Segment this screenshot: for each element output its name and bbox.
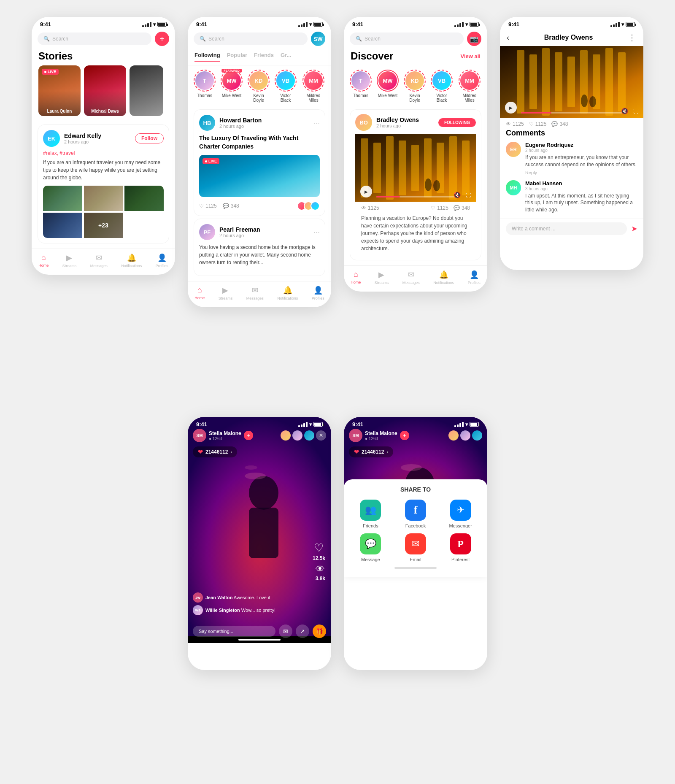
- home-bar-6: [394, 567, 437, 569]
- tab-popular[interactable]: Popular: [227, 52, 247, 62]
- nav-streams-1[interactable]: ▶ Streams: [62, 253, 77, 268]
- pinterest-label: Pinterest: [451, 557, 470, 562]
- story-card-3[interactable]: [130, 65, 163, 116]
- nav-profiles-1[interactable]: 👤 Profiles: [156, 253, 168, 268]
- send-button[interactable]: ➤: [631, 224, 637, 233]
- comment-input[interactable]: Write a comment ...: [506, 222, 627, 235]
- live-close-button[interactable]: ✕: [316, 430, 326, 441]
- post-text-edward: If you are an infrequent traveler you ma…: [43, 159, 164, 181]
- reply-button-1[interactable]: Reply: [525, 170, 637, 175]
- live-add-button-6[interactable]: +: [400, 431, 409, 440]
- likes-stat-4[interactable]: ♡ 1125: [529, 121, 547, 127]
- like-btn-howard[interactable]: ♡ 1125: [199, 203, 217, 209]
- avatar-bradley: BO: [355, 114, 372, 131]
- story-mildredmiles-3[interactable]: MM Mildred Miles: [458, 70, 481, 103]
- story-mildredmiles-2[interactable]: MM Mildred Miles: [302, 70, 325, 103]
- share-pinterest[interactable]: P Pinterest: [440, 533, 481, 562]
- nav-label-notifications-1: Notifications: [121, 264, 142, 268]
- story-kevindoyle-2[interactable]: KD Kevin Doyle: [248, 70, 270, 103]
- like-heart-icon[interactable]: ♡: [314, 541, 324, 554]
- svg-point-22: [581, 95, 588, 107]
- following-button[interactable]: FOLLOWING: [438, 118, 476, 127]
- more-icon-pearl[interactable]: ···: [313, 228, 320, 237]
- nav-home-2[interactable]: ⌂ Home: [194, 286, 205, 300]
- story-thomas-3[interactable]: T Thomas: [350, 70, 372, 103]
- share-facebook[interactable]: f Facebook: [396, 500, 436, 528]
- search-bar-3: 🔍 Search 📷: [350, 32, 481, 46]
- nav-streams-2[interactable]: ▶ Streams: [219, 286, 233, 300]
- comments-stat-4[interactable]: 💬 348: [551, 121, 568, 127]
- story-mikewest-3[interactable]: MW Mike West: [377, 70, 399, 103]
- nav-messages-3[interactable]: ✉ Messages: [402, 270, 420, 285]
- views-stat-3: 👁 1125: [361, 205, 379, 211]
- tab-friends[interactable]: Friends: [254, 52, 274, 62]
- svg-rect-8: [449, 136, 457, 200]
- story-kevindoyle-3[interactable]: KD Kevin Doyle: [404, 70, 426, 103]
- nav-notifications-1[interactable]: 🔔 Notifications: [121, 253, 142, 268]
- nav-streams-3[interactable]: ▶ Streams: [375, 270, 389, 285]
- live-top-bar-6: SM Stella Malone ● 1263 +: [349, 429, 482, 442]
- post-card-bradley: BO Bradley Owens 2 hours ago FOLLOWING: [350, 109, 481, 260]
- video-progress-4: [521, 112, 622, 114]
- phone-following: 9:41 ▾ 🔍 Search SW Following Popular Fri…: [188, 17, 331, 307]
- nav-messages-1[interactable]: ✉ Messages: [90, 253, 108, 268]
- wifi-icon-3: ▾: [465, 22, 468, 27]
- share-messenger[interactable]: ✈ Messenger: [440, 500, 481, 528]
- nav-home-1[interactable]: ⌂ Home: [38, 253, 49, 268]
- share-email[interactable]: ✉ Email: [396, 533, 436, 562]
- live-watcher-6: [472, 430, 482, 441]
- more-button-4[interactable]: ⋮: [628, 32, 637, 43]
- tab-groups[interactable]: Gr...: [281, 52, 291, 62]
- stories-scroll-2: T Thomas MW FEATURED Mike West KD Kevin …: [188, 65, 331, 107]
- likes-stat-3[interactable]: ♡ 1125: [431, 205, 448, 211]
- fullscreen-icon-4[interactable]: ⛶: [633, 108, 638, 114]
- story-card-micheal[interactable]: Micheal Daws: [84, 65, 126, 116]
- status-bar-6: 9:41 ▾: [344, 417, 487, 429]
- messages-icon-1: ✉: [96, 253, 102, 262]
- live-email-icon[interactable]: ✉: [279, 624, 292, 638]
- search-input-1[interactable]: 🔍 Search: [38, 32, 151, 45]
- signal-icon: [142, 22, 151, 27]
- user-avatar-2[interactable]: SW: [311, 32, 325, 46]
- nav-notifications-2[interactable]: 🔔 Notifications: [277, 286, 298, 300]
- comment-btn-howard[interactable]: 💬 348: [223, 203, 239, 209]
- comment-2: MH Mabel Hansen 3 hours ago I am upset. …: [506, 180, 637, 214]
- live-chat-input[interactable]: Say something...: [193, 626, 275, 637]
- heart-pill-6: ❤ 21446112 ›: [349, 446, 393, 457]
- nav-messages-2[interactable]: ✉ Messages: [246, 286, 264, 300]
- nav-home-3[interactable]: ⌂ Home: [351, 270, 361, 285]
- play-button-4[interactable]: ▶: [505, 102, 517, 114]
- add-button-1[interactable]: +: [155, 32, 169, 46]
- live-gift-icon[interactable]: 🎁: [313, 624, 326, 638]
- nav-profiles-2[interactable]: 👤 Profiles: [312, 286, 324, 300]
- story-mikewest-2[interactable]: MW FEATURED Mike West: [221, 70, 243, 103]
- comment-time-2: 3 hours ago: [525, 187, 637, 191]
- comments-stat-3[interactable]: 💬 348: [454, 205, 470, 211]
- story-thomas-2[interactable]: T Thomas: [194, 70, 216, 103]
- camera-button-3[interactable]: 📷: [467, 32, 481, 46]
- live-add-button[interactable]: +: [244, 431, 253, 440]
- nav-profiles-3[interactable]: 👤 Profiles: [468, 270, 481, 285]
- story-card-laura[interactable]: LIVE Laura Quinn: [38, 65, 81, 116]
- live-share-icon[interactable]: ↗: [296, 624, 309, 638]
- tab-following[interactable]: Following: [194, 52, 220, 62]
- story-victorblack-2[interactable]: VB Victor Black: [275, 70, 297, 103]
- search-input-3[interactable]: 🔍 Search: [350, 32, 464, 45]
- story-victorblack-3[interactable]: VB Victor Black: [431, 70, 453, 103]
- volume-icon-4[interactable]: 🔇: [621, 108, 628, 114]
- volume-icon-3[interactable]: 🔇: [454, 192, 461, 198]
- back-button-4[interactable]: ‹: [507, 33, 509, 42]
- nav-notifications-3[interactable]: 🔔 Notifications: [433, 270, 454, 285]
- fullscreen-icon-3[interactable]: ⛶: [466, 192, 471, 198]
- phone-live: 9:41 ▾: [188, 417, 331, 670]
- view-all-btn[interactable]: View all: [461, 53, 481, 59]
- play-button-3[interactable]: ▶: [360, 186, 372, 197]
- status-icons-5: ▾: [298, 422, 323, 427]
- more-icon-howard[interactable]: ···: [313, 119, 320, 127]
- share-friends[interactable]: 👥 Friends: [351, 500, 391, 528]
- message-icon: 💬: [360, 533, 381, 554]
- search-input-2[interactable]: 🔍 Search: [194, 32, 308, 45]
- follow-button[interactable]: Follow: [135, 133, 164, 143]
- share-message[interactable]: 💬 Message: [351, 533, 391, 562]
- video-bg-svg-4: [500, 46, 643, 118]
